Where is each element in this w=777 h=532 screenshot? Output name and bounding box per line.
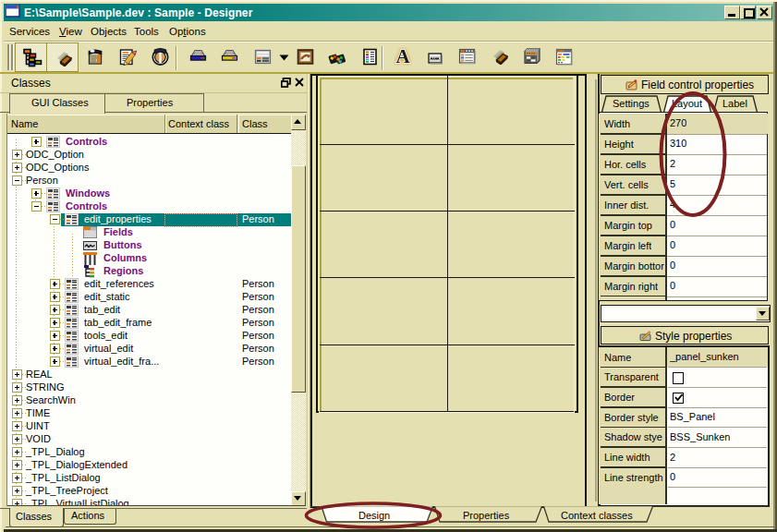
svg-text:A: A [395, 47, 410, 66]
